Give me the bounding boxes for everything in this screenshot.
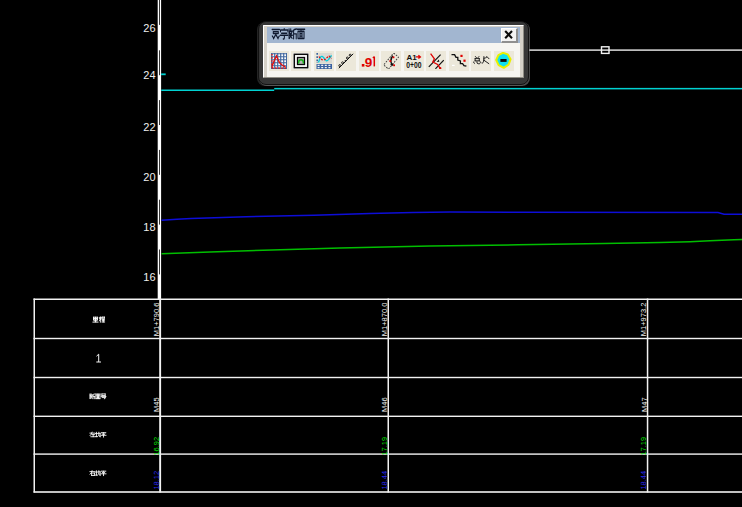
svg-text:M47: M47 xyxy=(640,397,649,412)
svg-text:16: 16 xyxy=(143,271,155,283)
svg-text:17.19: 17.19 xyxy=(380,437,389,456)
svg-text:18: 18 xyxy=(143,221,155,233)
svg-text:M1+790.6: M1+790.6 xyxy=(152,303,161,337)
svg-text:16.92: 16.92 xyxy=(152,437,161,456)
svg-text:M1+973.2: M1+973.2 xyxy=(640,303,649,337)
svg-text:M45: M45 xyxy=(152,397,161,412)
svg-text:M1+870.0: M1+870.0 xyxy=(380,303,389,337)
svg-text:22: 22 xyxy=(143,121,155,133)
svg-text:20: 20 xyxy=(143,171,155,183)
svg-text:26: 26 xyxy=(143,22,155,34)
svg-text:0+00: 0+00 xyxy=(406,61,422,69)
svg-text:18.44: 18.44 xyxy=(380,471,389,490)
svg-text:M46: M46 xyxy=(380,397,389,412)
svg-text:18.12: 18.12 xyxy=(152,471,161,490)
svg-text:24: 24 xyxy=(143,69,155,81)
svg-text:17.19: 17.19 xyxy=(640,437,649,456)
svg-text:18.44: 18.44 xyxy=(640,471,649,490)
svg-text:9: 9 xyxy=(364,55,372,69)
